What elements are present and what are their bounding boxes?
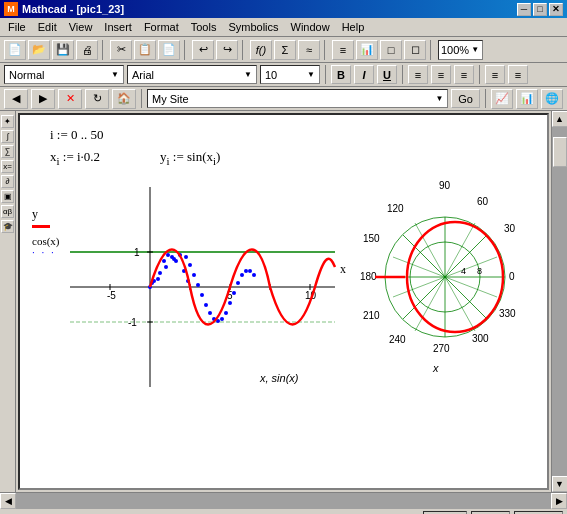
left-tb-btn8[interactable]: 🎓: [1, 220, 14, 233]
refresh-button[interactable]: ↻: [85, 89, 109, 109]
menu-symbolics[interactable]: Symbolics: [222, 19, 284, 35]
tb-btn-3[interactable]: □: [380, 40, 402, 60]
bottom-scrollbar: ◀ ▶: [0, 492, 567, 508]
menu-edit[interactable]: Edit: [32, 19, 63, 35]
save-button[interactable]: 💾: [52, 40, 74, 60]
status-page: Page 1: [514, 511, 563, 515]
zoom-arrow[interactable]: ▼: [471, 45, 479, 54]
left-tb-btn5[interactable]: ∂: [1, 175, 14, 188]
tb-btn-4[interactable]: ◻: [404, 40, 426, 60]
svg-point-18: [156, 277, 160, 281]
maximize-button[interactable]: □: [533, 3, 547, 16]
open-button[interactable]: 📂: [28, 40, 50, 60]
scroll-thumb[interactable]: [553, 137, 567, 167]
style-arrow[interactable]: ▼: [111, 70, 119, 79]
font-value: Arial: [132, 69, 154, 81]
size-arrow[interactable]: ▼: [307, 70, 315, 79]
function-button[interactable]: f(): [250, 40, 272, 60]
size-combo[interactable]: 10 ▼: [260, 65, 320, 84]
left-tb-btn3[interactable]: ∑: [1, 145, 14, 158]
left-tb-btn6[interactable]: ▣: [1, 190, 14, 203]
web-sep-2: [485, 89, 486, 108]
svg-point-44: [174, 259, 178, 263]
svg-point-27: [204, 303, 208, 307]
toolbar-sep-5: [430, 40, 434, 60]
new-button[interactable]: 📄: [4, 40, 26, 60]
scroll-down-button[interactable]: ▼: [552, 476, 568, 492]
menu-file[interactable]: File: [2, 19, 32, 35]
h-scroll-track[interactable]: [16, 493, 551, 509]
left-tb-btn7[interactable]: αβ: [1, 205, 14, 218]
copy-button[interactable]: 📋: [134, 40, 156, 60]
legend-cos-label: cos(x): [32, 235, 60, 247]
menu-format[interactable]: Format: [138, 19, 185, 35]
svg-text:1: 1: [134, 247, 140, 258]
paste-button[interactable]: 📄: [158, 40, 180, 60]
cartesian-graph: y cos(x) · · ·: [30, 177, 345, 399]
minimize-button[interactable]: ─: [517, 3, 531, 16]
left-tb-btn2[interactable]: ∫: [1, 130, 14, 143]
font-combo[interactable]: Arial ▼: [127, 65, 257, 84]
web-btn-3[interactable]: 🌐: [541, 89, 563, 109]
math-equations: i := 0 .. 50 xi := i·0.2 yi := sin(xi): [20, 115, 547, 167]
underline-button[interactable]: U: [377, 65, 397, 84]
size-value: 10: [265, 69, 277, 81]
indent-button[interactable]: ≡: [508, 65, 528, 84]
equation-2: xi := i·0.2 yi := sin(xi): [50, 149, 517, 167]
redo-button[interactable]: ↪: [216, 40, 238, 60]
forward-button[interactable]: ▶: [31, 89, 55, 109]
align-left-button[interactable]: ≡: [408, 65, 428, 84]
back-button[interactable]: ◀: [4, 89, 28, 109]
menu-view[interactable]: View: [63, 19, 99, 35]
italic-button[interactable]: I: [354, 65, 374, 84]
menu-help[interactable]: Help: [336, 19, 371, 35]
legend-sin: [32, 225, 50, 228]
scroll-right-button[interactable]: ▶: [551, 493, 567, 509]
url-combo[interactable]: My Site ▼: [147, 89, 448, 108]
svg-point-25: [196, 283, 200, 287]
svg-point-19: [164, 265, 168, 269]
tb-btn-2[interactable]: 📊: [356, 40, 378, 60]
sigma-button[interactable]: Σ: [274, 40, 296, 60]
chart-button[interactable]: 📈: [491, 89, 513, 109]
left-tb-btn1[interactable]: ✦: [1, 115, 14, 128]
close-button[interactable]: ✕: [549, 3, 563, 16]
svg-point-43: [170, 255, 174, 259]
approx-button[interactable]: ≈: [298, 40, 320, 60]
bold-button[interactable]: B: [331, 65, 351, 84]
web-btn-2[interactable]: 📊: [516, 89, 538, 109]
svg-point-34: [232, 291, 236, 295]
svg-point-33: [228, 301, 232, 305]
svg-point-28: [208, 311, 212, 315]
scroll-left-button[interactable]: ◀: [0, 493, 16, 509]
align-center-button[interactable]: ≡: [431, 65, 451, 84]
svg-text:210: 210: [363, 310, 380, 321]
url-arrow[interactable]: ▼: [435, 94, 443, 103]
zoom-combo[interactable]: 100% ▼: [438, 40, 483, 60]
scroll-up-button[interactable]: ▲: [552, 111, 568, 127]
menu-tools[interactable]: Tools: [185, 19, 223, 35]
fmt-sep-3: [479, 65, 480, 84]
menu-window[interactable]: Window: [285, 19, 336, 35]
web-sep-1: [141, 89, 142, 108]
status-num: NUM: [471, 511, 510, 515]
left-tb-btn4[interactable]: x=: [1, 160, 14, 173]
tb-btn-1[interactable]: ≡: [332, 40, 354, 60]
print-button[interactable]: 🖨: [76, 40, 98, 60]
svg-text:120: 120: [387, 203, 404, 214]
cut-button[interactable]: ✂: [110, 40, 132, 60]
svg-text:240: 240: [389, 334, 406, 345]
align-right-button[interactable]: ≡: [454, 65, 474, 84]
undo-button[interactable]: ↩: [192, 40, 214, 60]
go-button[interactable]: Go: [451, 89, 480, 108]
list-button[interactable]: ≡: [485, 65, 505, 84]
home-button[interactable]: 🏠: [112, 89, 136, 109]
svg-point-41: [162, 259, 166, 263]
font-arrow[interactable]: ▼: [244, 70, 252, 79]
style-combo[interactable]: Normal ▼: [4, 65, 124, 84]
svg-point-38: [248, 269, 252, 273]
stop-button[interactable]: ✕: [58, 89, 82, 109]
scroll-track[interactable]: [552, 127, 568, 476]
app-icon: M: [4, 2, 18, 16]
menu-insert[interactable]: Insert: [98, 19, 138, 35]
